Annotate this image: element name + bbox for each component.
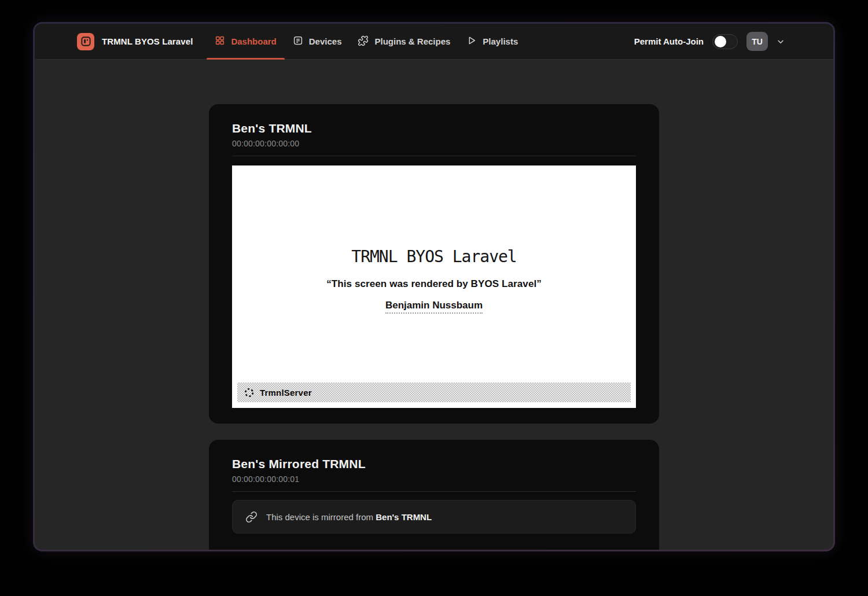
nav-items: Dashboard Devices [207,24,526,59]
nav-item-label: Devices [309,36,342,46]
device-name: Ben's Mirrored TRMNL [232,457,636,471]
link-icon [245,511,258,523]
nav-item-playlists[interactable]: Playlists [458,24,526,59]
divider [232,156,636,156]
mirror-source-device: Ben's TRMNL [376,512,432,522]
mirror-notice: This device is mirrored from Ben's TRMNL [232,500,636,534]
nav-item-plugins-recipes[interactable]: Plugins & Recipes [350,24,458,59]
device-name: Ben's TRMNL [232,122,636,135]
mirror-text-prefix: This device is mirrored from [266,512,373,522]
device-card-bens-mirrored-trmnl: Ben's Mirrored TRMNL 00:00:00:00:00:01 T… [209,440,659,550]
screen-title: TRMNL BYOS Laravel [232,165,636,266]
top-navbar: TRMNL BYOS Laravel Dashboard [35,24,833,60]
trmnl-logo-icon [77,33,94,50]
toggle-knob [715,36,726,47]
navbar-right: Permit Auto-Join TU [634,24,785,59]
nav-item-label: Playlists [483,36,518,46]
dashboard-main: Ben's TRMNL 00:00:00:00:00:00 TRMNL BYOS… [35,60,833,550]
device-card-bens-trmnl: Ben's TRMNL 00:00:00:00:00:00 TRMNL BYOS… [209,104,659,424]
screen-author-link[interactable]: Benjamin Nussbaum [385,300,483,314]
chevron-down-icon[interactable] [777,38,785,46]
spinner-icon [244,387,255,398]
screen-titlebar: TrmnlServer [237,382,631,402]
screen-titlebar-label: TrmnlServer [260,388,312,398]
device-screen-preview: TRMNL BYOS Laravel “This screen was rend… [232,165,636,408]
permit-auto-join-label: Permit Auto-Join [634,36,704,46]
nav-item-label: Dashboard [231,36,276,46]
play-icon [466,35,477,47]
user-avatar[interactable]: TU [746,32,768,51]
puzzle-icon [358,35,369,48]
device-list-icon [293,35,303,47]
window-content: TRMNL BYOS Laravel Dashboard [35,24,833,550]
brand-title: TRMNL BYOS Laravel [102,36,193,46]
device-mac-address: 00:00:00:00:00:00 [232,139,636,148]
divider [232,491,636,492]
nav-item-devices[interactable]: Devices [285,24,350,59]
grid-icon [215,35,225,47]
screen-quote: “This screen was rendered by BYOS Larave… [232,278,636,290]
brand[interactable]: TRMNL BYOS Laravel [77,24,193,59]
nav-item-label: Plugins & Recipes [374,36,450,46]
permit-auto-join-toggle[interactable] [712,34,738,49]
device-mac-address: 00:00:00:00:00:01 [232,474,636,484]
mirror-notice-text: This device is mirrored from Ben's TRMNL [266,512,432,522]
nav-item-dashboard[interactable]: Dashboard [207,24,284,59]
avatar-initials: TU [752,37,763,46]
app-window: TRMNL BYOS Laravel Dashboard [33,22,835,551]
screen-author-row: Benjamin Nussbaum [232,300,636,314]
